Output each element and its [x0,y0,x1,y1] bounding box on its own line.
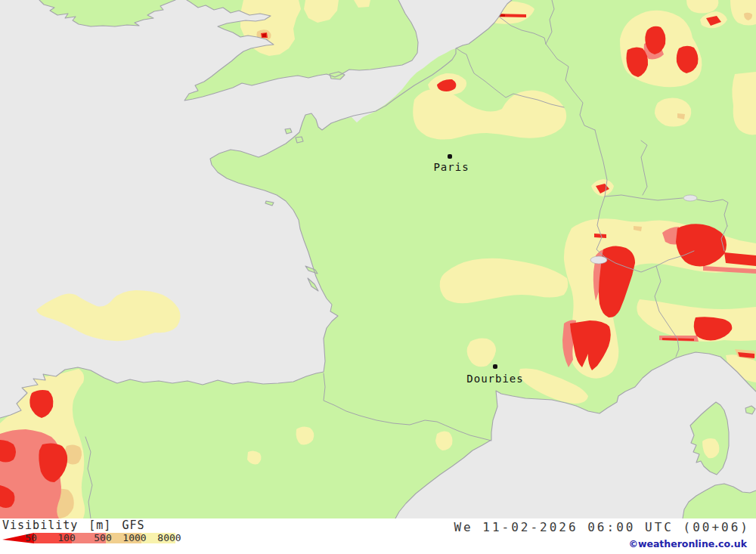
lake-geneva [590,256,607,264]
lake-constance [683,195,697,201]
legend-stop-1000: 1000 [122,532,146,543]
legend-model: GFS [122,518,144,532]
legend-title: Visibility[m]GFS [2,518,156,532]
valid-datetime: We 11-02-2026 06:00 UTC (00+06) [454,520,750,534]
legend-stop-100: 100 [57,532,75,543]
copyright-link[interactable]: ©weatheronline.co.uk [628,538,747,549]
weather-map-screenshot: Paris Dourbies Visibility[m]GFS 50 100 5… [0,0,756,554]
legend-stop-8000: 8000 [157,532,181,543]
paris-label: Paris [433,161,469,173]
legend-unit: [m] [88,518,111,532]
dourbies-marker-dot [493,364,497,369]
legend-stop-50: 50 [25,532,37,543]
legend-stop-500: 500 [94,532,111,543]
paris-marker-dot [448,154,452,159]
legend-product: Visibility [2,518,78,532]
legend-bar: Visibility[m]GFS 50 100 500 1000 8000 We… [0,518,756,554]
dourbies-label: Dourbies [466,373,523,385]
visibility-map [0,0,756,518]
